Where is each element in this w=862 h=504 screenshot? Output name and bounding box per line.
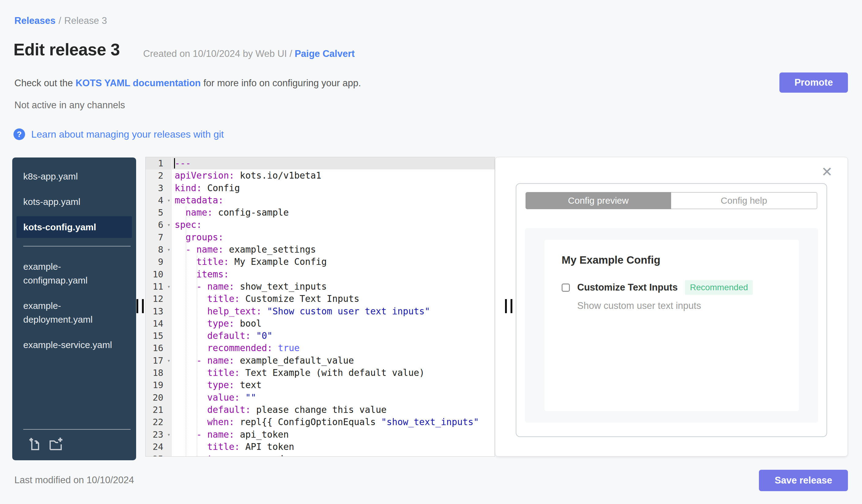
indent-guide — [186, 207, 186, 456]
gutter-line-1: 1 — [146, 157, 171, 170]
code-line-3[interactable]: kind: Config — [172, 182, 495, 194]
close-icon[interactable]: ✕ — [821, 165, 833, 178]
gutter-line-5: 5 — [146, 207, 171, 219]
page-title: Edit release 3 — [13, 40, 120, 59]
code-line-7[interactable]: groups: — [172, 231, 495, 243]
sidebar-file-k8s-app.yaml[interactable]: k8s-app.yaml — [16, 165, 132, 187]
code-line-22[interactable]: when: repl{{ ConfigOptionEquals "show_te… — [172, 416, 495, 428]
save-release-button[interactable]: Save release — [759, 470, 848, 491]
question-mark-icon[interactable]: ? — [13, 129, 25, 140]
gutter-line-22: 22 — [146, 416, 171, 428]
gutter-line-11: 11▾ — [146, 280, 171, 293]
sidebar-file-example-configmap.yaml[interactable]: example-configmap.yaml — [16, 256, 132, 291]
gutter-line-8: 8▾ — [146, 243, 171, 256]
gutter-line-15: 15 — [146, 330, 171, 342]
gutter-line-17: 17▾ — [146, 355, 171, 367]
code-line-17[interactable]: - name: example_default_value — [172, 355, 495, 367]
doc-text-prefix: Check out the — [14, 78, 76, 88]
gutter-line-21: 21 — [146, 404, 171, 416]
author-link[interactable]: Paige Calvert — [295, 48, 354, 59]
config-tabs: Config preview Config help — [525, 192, 817, 209]
editor-code[interactable]: ---apiVersion: kots.io/v1beta1kind: Conf… — [172, 157, 495, 456]
last-modified-text: Last modified on 10/10/2024 — [14, 475, 134, 486]
gutter-line-3: 3 — [146, 182, 171, 194]
code-line-23[interactable]: - name: api_token — [172, 428, 495, 441]
code-line-20[interactable]: value: "" — [172, 392, 495, 404]
fold-toggle-icon[interactable]: ▾ — [167, 355, 170, 367]
fold-toggle-icon[interactable]: ▾ — [167, 428, 170, 441]
config-item-help-text: Show custom user text inputs — [577, 300, 782, 311]
config-item-row: Customize Text Inputs Recommended — [562, 280, 782, 295]
config-item-label: Customize Text Inputs — [577, 282, 678, 293]
breadcrumb-separator: / — [58, 15, 61, 26]
created-meta: Created on 10/10/2024 by Web UI /Paige C… — [143, 48, 355, 59]
customize-text-inputs-checkbox[interactable] — [562, 283, 570, 292]
file-sidebar: k8s-app.yamlkots-app.yamlkots-config.yam… — [12, 158, 136, 460]
code-line-15[interactable]: default: "0" — [172, 330, 495, 342]
tab-config-help[interactable]: Config help — [671, 192, 817, 209]
gutter-line-14: 14 — [146, 317, 171, 330]
breadcrumb: Releases/Release 3 — [14, 15, 107, 26]
sidebar-resize-handle[interactable] — [136, 299, 144, 313]
code-line-8[interactable]: - name: example_settings — [172, 243, 495, 256]
gutter-line-12: 12 — [146, 293, 171, 305]
code-line-14[interactable]: type: bool — [172, 317, 495, 330]
code-line-1[interactable]: --- — [172, 157, 495, 170]
gutter-line-24: 24 — [146, 441, 171, 453]
config-card: My Example Config Customize Text Inputs … — [545, 240, 799, 411]
fold-toggle-icon[interactable]: ▾ — [167, 219, 170, 231]
text-cursor — [174, 158, 175, 169]
sidebar-file-kots-config.yaml[interactable]: kots-config.yaml — [16, 216, 132, 238]
config-preview-panel: ✕ Config preview Config help My Example … — [495, 157, 848, 456]
tab-config-preview[interactable]: Config preview — [525, 192, 671, 209]
edit-release-page: Releases/Release 3 Edit release 3 Create… — [0, 0, 862, 504]
code-line-24[interactable]: title: API token — [172, 441, 495, 453]
fold-toggle-icon[interactable]: ▾ — [167, 243, 170, 256]
code-line-25[interactable]: type: password — [172, 453, 495, 456]
editor-resize-handle[interactable] — [505, 299, 512, 313]
code-line-5[interactable]: name: config-sample — [172, 207, 495, 219]
sidebar-actions — [12, 437, 136, 452]
gutter-line-13: 13 — [146, 305, 171, 317]
code-line-9[interactable]: title: My Example Config — [172, 256, 495, 268]
gutter-line-4: 4▾ — [146, 194, 171, 207]
code-line-16[interactable]: recommended: true — [172, 342, 495, 354]
sidebar-file-example-service.yaml[interactable]: example-service.yaml — [16, 334, 132, 356]
code-line-12[interactable]: title: Customize Text Inputs — [172, 293, 495, 305]
recommended-badge: Recommended — [685, 280, 753, 295]
gutter-line-25: 25 — [146, 453, 171, 456]
gutter-line-20: 20 — [146, 392, 171, 404]
fold-toggle-icon[interactable]: ▾ — [167, 280, 170, 293]
promote-button[interactable]: Promote — [780, 72, 848, 93]
indent-guide — [197, 256, 197, 456]
new-file-icon[interactable] — [28, 437, 42, 452]
gutter-line-19: 19 — [146, 379, 171, 391]
gutter-line-16: 16 — [146, 342, 171, 354]
sidebar-file-example-deployment.yaml[interactable]: example-deployment.yaml — [16, 295, 132, 330]
config-tabs-container: Config preview Config help My Example Co… — [516, 183, 827, 437]
created-text: Created on 10/10/2024 by Web UI / — [143, 48, 292, 59]
config-group-heading: My Example Config — [562, 254, 782, 266]
code-line-6[interactable]: spec: — [172, 219, 495, 231]
code-line-13[interactable]: help_text: "Show custom user text inputs… — [172, 305, 495, 317]
breadcrumb-releases-link[interactable]: Releases — [14, 15, 55, 26]
git-releases-link[interactable]: Learn about managing your releases with … — [31, 129, 224, 140]
code-line-11[interactable]: - name: show_text_inputs — [172, 280, 495, 293]
new-folder-icon[interactable] — [49, 437, 63, 452]
config-preview-area: My Example Config Customize Text Inputs … — [525, 228, 818, 423]
file-list: k8s-app.yamlkots-app.yamlkots-config.yam… — [12, 165, 136, 356]
doc-line: Check out the KOTS YAML documentation fo… — [14, 78, 361, 89]
code-line-10[interactable]: items: — [172, 268, 495, 280]
code-line-18[interactable]: title: Text Example (with default value) — [172, 367, 495, 379]
code-line-2[interactable]: apiVersion: kots.io/v1beta1 — [172, 170, 495, 182]
sidebar-file-kots-app.yaml[interactable]: kots-app.yaml — [16, 191, 132, 213]
sidebar-group-divider — [23, 246, 131, 247]
code-line-21[interactable]: default: please change this value — [172, 404, 495, 416]
code-line-4[interactable]: metadata: — [172, 194, 495, 207]
fold-toggle-icon[interactable]: ▾ — [167, 194, 170, 207]
kots-yaml-doc-link[interactable]: KOTS YAML documentation — [76, 78, 201, 88]
gutter-line-9: 9 — [146, 256, 171, 268]
yaml-editor[interactable]: 1234▾56▾78▾91011▾121314151617▾1819202122… — [145, 157, 495, 456]
gutter-line-7: 7 — [146, 231, 171, 243]
code-line-19[interactable]: type: text — [172, 379, 495, 391]
